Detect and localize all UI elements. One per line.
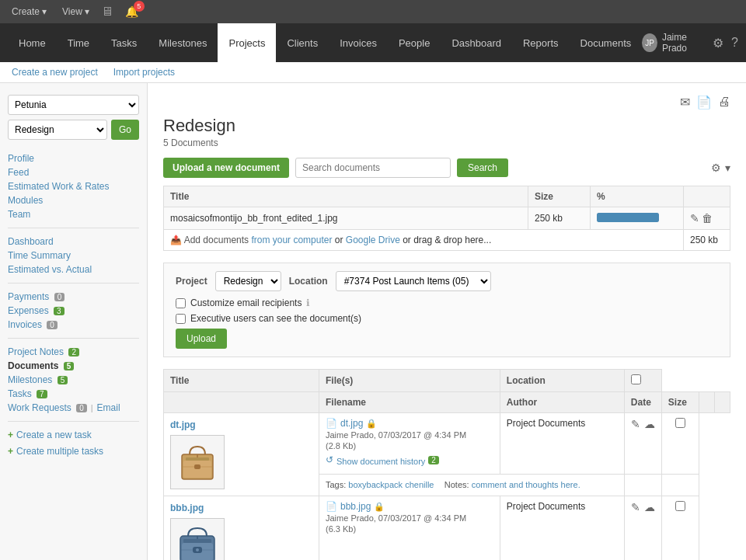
doc-history-link-1[interactable]: Show document history [336, 457, 425, 466]
sidebar-link-feed[interactable]: Feed [8, 165, 139, 179]
bag-svg-1 [174, 439, 221, 485]
doc-row-1: dt.jpg [164, 413, 730, 475]
doc-cloud-icon-2[interactable]: ☁ [644, 501, 655, 513]
upload-new-doc-button[interactable]: Upload a new document [163, 158, 289, 178]
create-new-task-link[interactable]: + Create a new task [8, 428, 139, 442]
executive-users-checkbox[interactable] [176, 314, 186, 324]
doc-edit-icon-2[interactable]: ✎ [631, 501, 640, 513]
info-icon: ℹ [306, 297, 310, 308]
doc-location-2: Project Documents [507, 501, 585, 512]
create-button[interactable]: Create ▾ [8, 5, 51, 19]
nav-tasks[interactable]: Tasks [100, 23, 148, 62]
google-drive-link[interactable]: Google Drive [346, 235, 400, 245]
nav-people[interactable]: People [388, 23, 441, 62]
col-title: Title [164, 186, 528, 207]
nav-milestones[interactable]: Milestones [148, 23, 218, 62]
notification-bell[interactable]: 🔔 5 [125, 5, 138, 18]
add-docs-text: Add documents [184, 235, 252, 245]
nav-time[interactable]: Time [57, 23, 100, 62]
view-button[interactable]: View ▾ [58, 5, 93, 19]
tag-chenille[interactable]: chenille [405, 480, 434, 489]
doc-tags-empty1 [624, 474, 661, 496]
client-select[interactable]: Petunia [8, 95, 139, 115]
location-field-select[interactable]: #7374 Post Launch Items (05) [336, 271, 491, 291]
doc-meta-2: Jaime Prado, 07/03/2017 @ 4:34 PM [326, 513, 493, 523]
doc-cloud-icon-1[interactable]: ☁ [644, 418, 655, 430]
from-computer-link[interactable]: from your computer [251, 235, 332, 245]
sidebar-link-estimated-work[interactable]: Estimated Work & Rates [8, 179, 139, 193]
sidebar-link-team[interactable]: Team [8, 207, 139, 221]
monitor-icon[interactable]: 🖥 [101, 5, 113, 19]
col-size: Size [528, 186, 591, 207]
create-new-project-link[interactable]: Create a new project [12, 67, 98, 78]
doc-filename-link-2[interactable]: bbb.jpg [340, 501, 371, 512]
sidebar-section-profile: Profile Feed Estimated Work & Rates Modu… [8, 151, 139, 221]
email-icon[interactable]: ✉ [680, 95, 690, 110]
tag-boxybackpack[interactable]: boxybackpack [348, 480, 403, 489]
sidebar-divider-3 [8, 338, 139, 339]
notes-link-1[interactable]: comment and thoughts here. [472, 480, 580, 489]
doc-meta-1: Jaime Prado, 07/03/2017 @ 4:34 PM [326, 430, 493, 440]
doc-filename-link-1[interactable]: dt.jpg [340, 418, 363, 429]
sidebar-link-project-notes[interactable]: Project Notes 2 [8, 345, 139, 359]
pdf-icon[interactable]: 📄 [696, 95, 712, 110]
customize-email-label: Customize email recipients [190, 297, 302, 308]
sidebar-link-estimated-actual[interactable]: Estimated vs. Actual [8, 263, 139, 277]
gear-actions[interactable]: ⚙ ▾ [711, 162, 730, 174]
user-info[interactable]: JP Jaime Prado [642, 32, 705, 54]
svg-rect-1 [186, 457, 209, 461]
upload-action-button[interactable]: Upload [176, 329, 227, 349]
sidebar-link-profile[interactable]: Profile [8, 151, 139, 165]
nav-documents[interactable]: Documents [570, 23, 643, 62]
select-all-checkbox[interactable] [631, 374, 641, 384]
sidebar-link-time-summary[interactable]: Time Summary [8, 249, 139, 263]
sidebar-link-modules[interactable]: Modules [8, 193, 139, 207]
go-button[interactable]: Go [111, 120, 139, 140]
sidebar-link-tasks[interactable]: Tasks 7 [8, 387, 139, 401]
nav-home[interactable]: Home [8, 23, 57, 62]
nav-reports[interactable]: Reports [512, 23, 570, 62]
drag-text: or drag & drop here... [403, 235, 491, 245]
nav-invoices[interactable]: Invoices [329, 23, 388, 62]
sidebar-link-payments[interactable]: Payments 0 [8, 290, 139, 304]
main-content: ✉ 📄 🖨 Redesign 5 Documents Upload a new … [148, 83, 746, 560]
settings-button[interactable]: ⚙ [713, 36, 723, 50]
doc-notes-1: Notes: comment and thoughts here. [444, 480, 580, 489]
import-projects-link[interactable]: Import projects [113, 67, 175, 78]
project-field-select[interactable]: Redesign [215, 271, 281, 291]
sidebar-go-row: Redesign Go [8, 120, 139, 140]
project-select[interactable]: Redesign [8, 120, 107, 140]
upload-edit-icon[interactable]: ✎ [690, 212, 699, 224]
help-button[interactable]: ? [731, 36, 738, 50]
doc-size-1: (2.8 Kb) [326, 441, 493, 450]
doc-filename-cell-2: 📄 bbb.jpg 🔒 Jaime Prado, 07/03/2017 @ 4:… [319, 496, 500, 561]
doc-thumb-cell-2: bbb.jpg [164, 496, 319, 561]
nav-dashboard[interactable]: Dashboard [441, 23, 512, 62]
sidebar-link-milestones[interactable]: Milestones 5 [8, 373, 139, 387]
search-input[interactable] [295, 158, 451, 178]
sidebar-link-email[interactable]: Email [97, 401, 120, 415]
doc-checkbox-2[interactable] [675, 501, 685, 511]
doc-edit-icon-1[interactable]: ✎ [631, 418, 640, 430]
sidebar-link-documents[interactable]: Documents 5 [8, 359, 139, 373]
customize-email-checkbox[interactable] [176, 298, 186, 308]
col-actions [684, 186, 730, 207]
doc-title-2: bbb.jpg [170, 503, 312, 513]
doc-title-link-1[interactable]: dt.jpg [170, 419, 196, 430]
list-col-title: Title [164, 370, 319, 392]
doc-location-cell-2: Project Documents [500, 496, 624, 561]
sidebar-link-dashboard[interactable]: Dashboard [8, 235, 139, 249]
sidebar-divider-4 [8, 421, 139, 422]
sidebar-link-expenses[interactable]: Expenses 3 [8, 304, 139, 318]
doc-title-link-2[interactable]: bbb.jpg [170, 503, 204, 513]
sidebar-link-invoices[interactable]: Invoices 0 [8, 318, 139, 332]
doc-location-cell-1: Project Documents [500, 413, 624, 475]
nav-clients[interactable]: Clients [276, 23, 329, 62]
sidebar-link-work-requests[interactable]: Work Requests 0 [8, 401, 87, 415]
nav-projects[interactable]: Projects [218, 23, 276, 62]
search-button[interactable]: Search [457, 158, 508, 177]
print-icon[interactable]: 🖨 [718, 95, 730, 110]
upload-trash-icon[interactable]: 🗑 [702, 212, 713, 224]
create-multiple-tasks-link[interactable]: + Create multiple tasks [8, 444, 139, 458]
doc-checkbox-1[interactable] [675, 418, 685, 428]
